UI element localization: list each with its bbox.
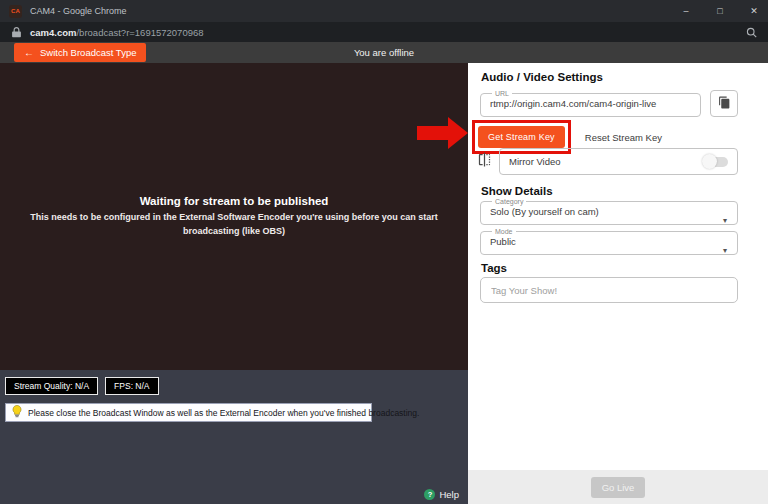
mirror-video-control: Mirror Video	[499, 148, 738, 175]
chevron-down-icon: ▾	[723, 217, 727, 225]
waiting-title: Waiting for stream to be published	[140, 195, 329, 207]
category-select[interactable]: Category Solo (By yourself on cam) ▾	[480, 198, 738, 225]
panel-footer: Go Live	[468, 470, 768, 504]
panel-title: Audio / Video Settings	[481, 71, 603, 83]
tags-title: Tags	[481, 262, 507, 274]
copy-url-button[interactable]	[710, 90, 738, 117]
video-preview-area: Waiting for stream to be published This …	[0, 63, 468, 370]
url-domain: cam4.com	[30, 27, 76, 38]
rtmp-url-row: URL rtmp://origin.cam4.com/cam4-origin-l…	[480, 90, 738, 117]
stage-status-area: Stream Quality: N/A FPS: N/A Please clos…	[0, 370, 468, 504]
rtmp-url-field-label: URL	[492, 90, 512, 97]
flip-mirror-icon	[477, 152, 492, 171]
help-question-icon: ?	[424, 489, 435, 500]
get-stream-key-button[interactable]: Get Stream Key	[478, 126, 565, 148]
back-arrow-icon: ←	[24, 48, 34, 58]
address-text[interactable]: cam4.com/broadcast?r=1691572070968	[30, 27, 204, 38]
switch-broadcast-type-label: Switch Broadcast Type	[40, 47, 136, 58]
lock-icon	[12, 27, 21, 38]
mirror-video-toggle[interactable]	[703, 157, 728, 167]
search-icon[interactable]	[746, 27, 757, 38]
url-bar[interactable]: cam4.com/broadcast?r=1691572070968	[0, 22, 768, 42]
maximize-icon[interactable]: □	[714, 0, 726, 22]
lightbulb-icon	[12, 404, 22, 422]
browser-window: CA CAM4 - Google Chrome – □ ✕ cam4.com/b…	[0, 0, 768, 504]
broadcast-notice-text: Please close the Broadcast Window as wel…	[28, 408, 419, 418]
mode-label: Mode	[492, 228, 516, 235]
settings-panel: Audio / Video Settings URL rtmp://origin…	[468, 63, 768, 504]
toggle-knob	[702, 154, 717, 169]
tags-input[interactable]	[480, 277, 738, 303]
help-label: Help	[439, 489, 459, 500]
mirror-video-label: Mirror Video	[509, 156, 561, 167]
stream-quality-badge: Stream Quality: N/A	[5, 377, 98, 395]
cam4-favicon-icon: CA	[9, 5, 22, 18]
window-controls: – □ ✕	[680, 0, 760, 22]
close-icon[interactable]: ✕	[748, 0, 760, 22]
help-button[interactable]: ? Help	[424, 489, 459, 500]
show-details-title: Show Details	[481, 185, 553, 197]
chevron-down-icon: ▾	[723, 247, 727, 255]
fps-badge: FPS: N/A	[105, 377, 158, 395]
mirror-video-row: Mirror Video	[477, 148, 738, 175]
mode-select[interactable]: Mode Public ▾	[480, 228, 738, 255]
mode-value: Public	[490, 236, 737, 247]
switch-broadcast-type-button[interactable]: ← Switch Broadcast Type	[14, 43, 146, 62]
category-value: Solo (By yourself on cam)	[490, 206, 737, 217]
stream-stat-badges: Stream Quality: N/A FPS: N/A	[5, 377, 159, 395]
broadcast-notice: Please close the Broadcast Window as wel…	[5, 403, 372, 422]
window-title: CAM4 - Google Chrome	[30, 6, 127, 16]
waiting-subtitle: This needs to be configured in the Exter…	[12, 211, 457, 237]
broadcast-header: You are offline ← Switch Broadcast Type	[0, 42, 768, 63]
url-path: /broadcast?r=1691572070968	[76, 27, 203, 38]
annotation-arrow-icon	[417, 117, 468, 149]
minimize-icon[interactable]: –	[680, 0, 692, 22]
rtmp-url-value[interactable]: rtmp://origin.cam4.com/cam4-origin-live	[490, 98, 700, 109]
reset-stream-key-link[interactable]: Reset Stream Key	[585, 132, 662, 143]
rtmp-url-field[interactable]: URL rtmp://origin.cam4.com/cam4-origin-l…	[480, 90, 701, 117]
category-label: Category	[492, 198, 526, 205]
go-live-button: Go Live	[591, 477, 646, 498]
window-titlebar: CA CAM4 - Google Chrome – □ ✕	[0, 0, 768, 22]
copy-icon	[718, 96, 731, 112]
